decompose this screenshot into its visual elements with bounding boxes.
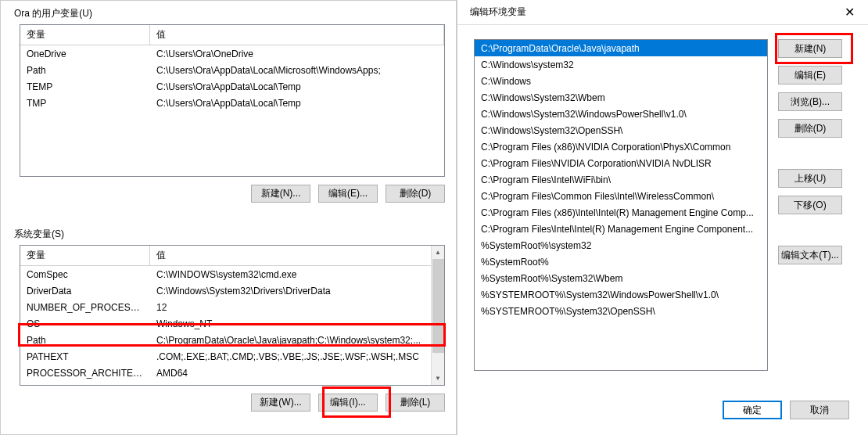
sys-delete-button[interactable]: 删除(L) [386, 394, 445, 412]
scroll-up-icon[interactable]: ▲ [432, 246, 444, 259]
path-list[interactable]: C:\ProgramData\Oracle\Java\javapathC:\Wi… [474, 39, 768, 371]
sys-vars-section-label: 系统变量(S) [14, 228, 64, 241]
path-edit-text-button[interactable]: 编辑文本(T)... [778, 246, 842, 264]
table-row[interactable]: PathC:\Users\Ora\AppData\Local\Microsoft… [20, 62, 444, 78]
cell-var: Path [20, 335, 150, 346]
sys-vars-buttons: 新建(W)... 编辑(I)... 删除(L) [251, 394, 445, 412]
col-header-var[interactable]: 变量 [20, 25, 150, 45]
scroll-thumb[interactable] [432, 259, 444, 353]
path-action-buttons: 新建(N) 编辑(E) 浏览(B)... 删除(D) 上移(U) 下移(O) 编… [778, 39, 850, 272]
user-new-button[interactable]: 新建(N)... [251, 185, 310, 203]
path-new-button[interactable]: 新建(N) [778, 39, 842, 58]
list-item[interactable]: C:\Program Files\Intel\Intel(R) Manageme… [475, 221, 767, 237]
cell-var: TMP [20, 98, 150, 109]
table-row[interactable]: ComSpecC:\WINDOWS\system32\cmd.exe [20, 266, 444, 282]
cell-val: C:\Users\Ora\AppData\Local\Temp [150, 98, 444, 109]
table-row[interactable]: OneDriveC:\Users\Ora\OneDrive [20, 45, 444, 62]
cell-val: C:\ProgramData\Oracle\Java\javapath;C:\W… [150, 335, 444, 346]
cell-val: Windows_NT [150, 318, 444, 329]
cell-val: 12 [150, 302, 444, 313]
cell-var: NUMBER_OF_PROCESSORS [20, 302, 150, 313]
cell-var: ComSpec [20, 269, 150, 280]
dialog-bottom-buttons: 确定 取消 [723, 401, 849, 419]
sys-new-button[interactable]: 新建(W)... [251, 394, 310, 412]
env-vars-panel: Ora 的用户变量(U) 变量 值 OneDriveC:\Users\Ora\O… [0, 0, 457, 435]
path-move-up-button[interactable]: 上移(U) [778, 169, 842, 188]
list-item[interactable]: C:\Program Files\NVIDIA Corporation\NVID… [475, 155, 767, 171]
table-row[interactable]: PathC:\ProgramData\Oracle\Java\javapath;… [20, 332, 444, 348]
table-row[interactable]: NUMBER_OF_PROCESSORS12 [20, 299, 444, 315]
user-delete-button[interactable]: 删除(D) [386, 185, 445, 203]
col-header-val[interactable]: 值 [150, 246, 444, 265]
list-item[interactable]: %SystemRoot%\System32\Wbem [475, 270, 767, 286]
list-item[interactable]: %SystemRoot% [475, 253, 767, 270]
list-item[interactable]: C:\Windows\System32\Wbem [475, 89, 767, 106]
list-item[interactable]: C:\ProgramData\Oracle\Java\javapath [475, 40, 767, 56]
list-item[interactable]: C:\Windows\System32\OpenSSH\ [475, 122, 767, 138]
cell-var: PATHEXT [20, 351, 150, 362]
list-item[interactable]: %SYSTEMROOT%\System32\WindowsPowerShell\… [475, 286, 767, 303]
cell-var: OS [20, 318, 150, 329]
list-item[interactable]: C:\Windows\System32\WindowsPowerShell\v1… [475, 106, 767, 122]
ok-button[interactable]: 确定 [723, 401, 782, 419]
cell-var: OneDrive [20, 49, 150, 59]
cell-val: AMD64 [150, 368, 444, 379]
path-browse-button[interactable]: 浏览(B)... [778, 92, 842, 111]
cell-val: C:\Users\Ora\AppData\Local\Temp [150, 81, 444, 92]
table-row[interactable]: TMPC:\Users\Ora\AppData\Local\Temp [20, 95, 444, 111]
col-header-var[interactable]: 变量 [20, 246, 150, 265]
dialog-title: 编辑环境变量 [470, 5, 526, 19]
list-item[interactable]: %SystemRoot%\system32 [475, 237, 767, 253]
table-row[interactable]: PATHEXT.COM;.EXE;.BAT;.CMD;.VBS;.VBE;.JS… [20, 348, 444, 365]
list-item[interactable]: C:\Program Files (x86)\Intel\Intel(R) Ma… [475, 204, 767, 221]
cell-var: DriverData [20, 286, 150, 297]
list-item[interactable]: C:\Program Files (x86)\NVIDIA Corporatio… [475, 138, 767, 155]
col-header-val[interactable]: 值 [150, 25, 444, 45]
list-item[interactable]: C:\Windows [475, 73, 767, 89]
cell-var: PROCESSOR_ARCHITECT... [20, 368, 150, 379]
user-edit-button[interactable]: 编辑(E)... [318, 185, 378, 203]
cell-val: C:\Users\Ora\AppData\Local\Microsoft\Win… [150, 65, 444, 76]
list-item[interactable]: C:\Windows\system32 [475, 56, 767, 73]
table-row[interactable]: PROCESSOR_ARCHITECT...AMD64 [20, 365, 444, 381]
user-vars-buttons: 新建(N)... 编辑(E)... 删除(D) [251, 185, 445, 203]
cell-val: C:\WINDOWS\system32\cmd.exe [150, 269, 444, 280]
list-item[interactable]: C:\Program Files\Common Files\Intel\Wire… [475, 188, 767, 204]
table-header: 变量 值 [20, 25, 444, 45]
list-item[interactable]: C:\Program Files\Intel\WiFi\bin\ [475, 171, 767, 188]
cell-var: Path [20, 65, 150, 76]
cancel-button[interactable]: 取消 [790, 401, 849, 419]
close-icon[interactable]: ✕ [840, 3, 859, 22]
scrollbar[interactable]: ▲ ▼ [431, 246, 444, 385]
table-header: 变量 值 [20, 246, 444, 266]
table-row[interactable]: DriverDataC:\Windows\System32\Drivers\Dr… [20, 282, 444, 299]
table-row[interactable]: OSWindows_NT [20, 315, 444, 332]
user-vars-section-label: Ora 的用户变量(U) [14, 7, 92, 20]
cell-val: .COM;.EXE;.BAT;.CMD;.VBS;.VBE;.JS;.JSE;.… [150, 351, 444, 362]
sys-vars-table[interactable]: 变量 值 ComSpecC:\WINDOWS\system32\cmd.exeD… [20, 245, 445, 386]
user-vars-table[interactable]: 变量 值 OneDriveC:\Users\Ora\OneDrivePathC:… [20, 24, 445, 177]
edit-env-var-dialog: 编辑环境变量 ✕ C:\ProgramData\Oracle\Java\java… [457, 0, 868, 435]
dialog-titlebar: 编辑环境变量 ✕ [457, 0, 868, 25]
path-move-down-button[interactable]: 下移(O) [778, 196, 842, 214]
scroll-down-icon[interactable]: ▼ [432, 372, 444, 385]
path-delete-button[interactable]: 删除(D) [778, 119, 842, 138]
cell-val: C:\Windows\System32\Drivers\DriverData [150, 286, 444, 297]
cell-val: C:\Users\Ora\OneDrive [150, 49, 444, 59]
cell-var: TEMP [20, 81, 150, 92]
list-item[interactable]: %SYSTEMROOT%\System32\OpenSSH\ [475, 303, 767, 319]
table-row[interactable]: TEMPC:\Users\Ora\AppData\Local\Temp [20, 78, 444, 95]
path-edit-button[interactable]: 编辑(E) [778, 66, 842, 84]
sys-edit-button[interactable]: 编辑(I)... [318, 394, 378, 412]
